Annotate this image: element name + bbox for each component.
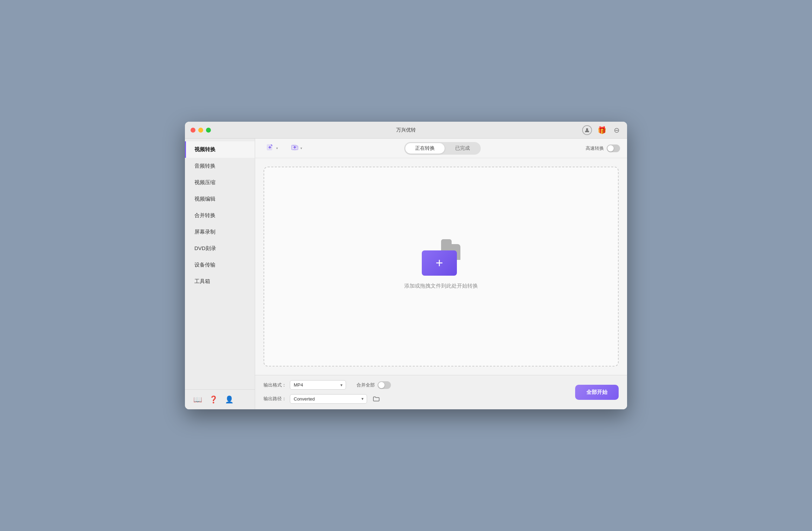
user-account-icon[interactable]: 👤 — [225, 395, 234, 404]
maximize-button[interactable] — [206, 128, 211, 133]
merge-all-section: 合并全部 — [357, 381, 391, 389]
tab-completed[interactable]: 已完成 — [445, 143, 480, 154]
add-folder-button[interactable]: ▾ — [286, 141, 306, 155]
drop-zone-container: + 添加或拖拽文件到此处开始转换 — [255, 158, 627, 375]
sidebar-item-audio-convert[interactable]: 音频转换 — [185, 158, 255, 174]
output-format-select-wrapper: MP4 MKV AVI MOV WMV FLV MP3 AAC — [290, 380, 346, 390]
drop-zone[interactable]: + 添加或拖拽文件到此处开始转换 — [264, 167, 619, 367]
sidebar-item-merge-convert[interactable]: 合并转换 — [185, 207, 255, 224]
add-folder-icon — [291, 143, 298, 153]
merge-all-label: 合并全部 — [357, 382, 375, 388]
sidebar-item-device-transfer[interactable]: 设备传输 — [185, 257, 255, 273]
folder-plus-sign: + — [435, 257, 443, 269]
app-window: 万兴优转 🎁 ⊖ 视频转换 音频转换 视频压缩 视频编辑 合并转换 屏幕录制 D… — [185, 122, 627, 409]
output-path-select[interactable]: Converted — [290, 394, 367, 404]
close-button[interactable] — [191, 128, 195, 133]
sidebar: 视频转换 音频转换 视频压缩 视频编辑 合并转换 屏幕录制 DVD刻录 设备传输… — [185, 139, 255, 409]
sidebar-item-video-convert[interactable]: 视频转换 — [185, 141, 255, 158]
bottom-bar: 输出格式： MP4 MKV AVI MOV WMV FLV MP3 AAC — [255, 375, 627, 409]
output-format-label: 输出格式： — [264, 382, 286, 388]
add-file-chevron: ▾ — [276, 146, 278, 150]
title-bar-right: 🎁 ⊖ — [582, 125, 621, 135]
output-format-row: 输出格式： MP4 MKV AVI MOV WMV FLV MP3 AAC — [264, 380, 570, 390]
add-folder-chevron: ▾ — [300, 146, 302, 150]
high-speed-toggle[interactable] — [607, 144, 620, 152]
sidebar-item-video-compress[interactable]: 视频压缩 — [185, 174, 255, 191]
sidebar-item-screen-record[interactable]: 屏幕录制 — [185, 224, 255, 240]
drop-instruction: 添加或拖拽文件到此处开始转换 — [404, 283, 478, 289]
traffic-lights — [191, 128, 211, 133]
help-icon[interactable]: ❓ — [209, 395, 218, 404]
sidebar-item-dvd-burn[interactable]: DVD刻录 — [185, 240, 255, 257]
reading-icon[interactable]: 📖 — [193, 395, 202, 404]
high-speed-label: 高速转换 — [586, 145, 604, 152]
sidebar-item-video-edit[interactable]: 视频编辑 — [185, 191, 255, 207]
folder-drop-icon: + — [422, 244, 460, 276]
output-format-select[interactable]: MP4 MKV AVI MOV WMV FLV MP3 AAC — [290, 380, 346, 390]
tab-switcher: 正在转换 已完成 — [404, 142, 481, 155]
merge-all-toggle[interactable] — [378, 381, 391, 389]
svg-point-0 — [586, 128, 588, 130]
tab-converting[interactable]: 正在转换 — [405, 143, 445, 154]
start-all-button[interactable]: 全部开始 — [575, 385, 619, 400]
minimize-button[interactable] — [198, 128, 203, 133]
window-controls-icon[interactable]: ⊖ — [612, 125, 621, 135]
add-file-icon — [266, 143, 274, 153]
main-layout: 视频转换 音频转换 视频压缩 视频编辑 合并转换 屏幕录制 DVD刻录 设备传输… — [185, 139, 627, 409]
sidebar-bottom: 📖 ❓ 👤 — [185, 389, 255, 409]
high-speed-section: 高速转换 — [586, 144, 620, 152]
content-area: ▾ ▾ 正在转换 已完成 — [255, 139, 627, 409]
title-bar: 万兴优转 🎁 ⊖ — [185, 122, 627, 139]
sidebar-item-toolbox[interactable]: 工具箱 — [185, 273, 255, 290]
bottom-bar-left: 输出格式： MP4 MKV AVI MOV WMV FLV MP3 AAC — [264, 380, 570, 404]
output-path-select-wrapper: Converted — [290, 394, 367, 404]
add-file-button[interactable]: ▾ — [262, 141, 282, 155]
gift-icon[interactable]: 🎁 — [597, 125, 607, 135]
browse-folder-button[interactable] — [371, 393, 382, 404]
window-title: 万兴优转 — [396, 127, 416, 133]
output-path-label: 输出路径： — [264, 396, 286, 402]
folder-front: + — [422, 250, 457, 276]
account-icon[interactable] — [582, 125, 592, 135]
output-path-row: 输出路径： Converted — [264, 393, 570, 404]
toolbar: ▾ ▾ 正在转换 已完成 — [255, 139, 627, 158]
